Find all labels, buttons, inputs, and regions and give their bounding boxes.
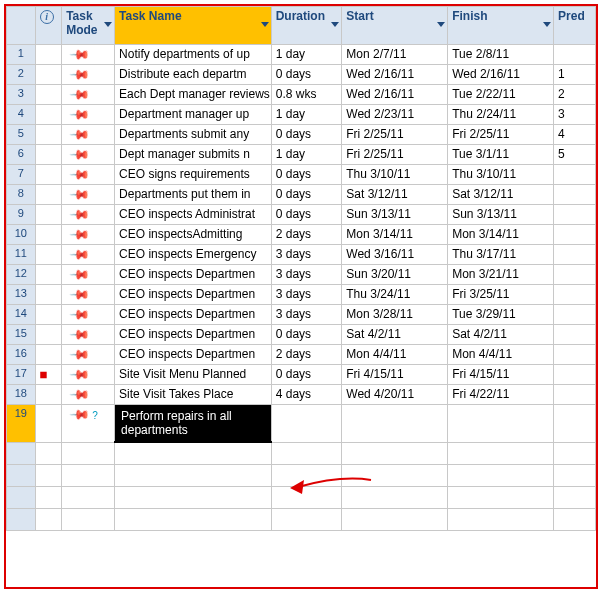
finish-cell[interactable]: Thu 2/24/11 [448,105,554,125]
task-mode-cell[interactable]: 📌 [62,345,115,365]
task-name-cell[interactable]: Each Dept manager reviews curent policy … [115,85,272,105]
start-cell[interactable]: Mon 4/4/11 [342,345,448,365]
finish-cell[interactable]: Thu 3/17/11 [448,245,554,265]
task-mode-cell[interactable]: 📌 [62,125,115,145]
task-mode-cell[interactable]: 📌 [62,205,115,225]
duration-cell[interactable]: 2 days [271,345,342,365]
pred-cell[interactable] [554,165,596,185]
duration-cell[interactable]: 0 days [271,205,342,225]
table-row-empty[interactable] [7,486,596,508]
indicator-cell[interactable] [35,225,61,245]
chevron-down-icon[interactable] [331,22,339,27]
task-name-editing[interactable]: Perform repairs in all departments [115,405,272,443]
pred-cell[interactable] [554,225,596,245]
table-row[interactable]: 13📌CEO inspects Departmen3 daysThu 3/24/… [7,285,596,305]
table-row[interactable]: 10📌CEO inspectsAdmitting2 daysMon 3/14/1… [7,225,596,245]
task-name-cell[interactable]: Site Visit Takes Place [115,385,272,405]
row-num[interactable]: 2 [7,65,36,85]
chevron-down-icon[interactable] [543,22,551,27]
pred-cell[interactable] [554,305,596,325]
row-num[interactable] [7,442,36,464]
pred-cell[interactable]: 1 [554,65,596,85]
duration-cell[interactable]: 4 days [271,385,342,405]
table-row-empty[interactable] [7,464,596,486]
table-row[interactable]: 1📌Notify departments of up1 dayMon 2/7/1… [7,45,596,65]
row-num[interactable]: 14 [7,305,36,325]
indicator-cell[interactable] [35,185,61,205]
table-row[interactable]: 4📌Department manager up1 dayWed 2/23/11T… [7,105,596,125]
duration-cell[interactable]: 3 days [271,245,342,265]
task-mode-cell[interactable]: 📌? [62,405,115,443]
task-name-cell[interactable]: Department manager up [115,105,272,125]
task-name-cell[interactable]: CEO inspects Departmen [115,305,272,325]
row-num[interactable] [7,508,36,530]
duration-cell[interactable]: 0 days [271,185,342,205]
start-cell[interactable]: Fri 2/25/11 [342,145,448,165]
indicator-cell[interactable] [35,385,61,405]
header-finish[interactable]: Finish [448,7,554,45]
duration-cell[interactable]: 1 day [271,145,342,165]
row-num[interactable] [7,486,36,508]
start-cell[interactable]: Mon 2/7/11 [342,45,448,65]
start-cell[interactable]: Wed 3/16/11 [342,245,448,265]
pred-cell[interactable] [554,265,596,285]
table-row[interactable]: 11📌CEO inspects Emergency3 daysWed 3/16/… [7,245,596,265]
chevron-down-icon[interactable] [261,22,269,27]
indicator-cell[interactable] [35,405,61,443]
table-row[interactable]: 2📌Distribute each departm0 daysWed 2/16/… [7,65,596,85]
table-row[interactable]: 7📌CEO signs requirements0 daysThu 3/10/1… [7,165,596,185]
start-cell[interactable] [342,405,448,443]
task-name-cell[interactable]: CEO inspectsAdmitting [115,225,272,245]
row-num[interactable]: 3 [7,85,36,105]
task-mode-cell[interactable]: 📌 [62,325,115,345]
duration-cell[interactable]: 0 days [271,365,342,385]
duration-cell[interactable]: 0 days [271,165,342,185]
indicator-cell[interactable] [35,205,61,225]
row-num[interactable]: 18 [7,385,36,405]
row-num[interactable]: 7 [7,165,36,185]
row-num[interactable]: 1 [7,45,36,65]
header-start[interactable]: Start [342,7,448,45]
finish-cell[interactable]: Thu 3/10/11 [448,165,554,185]
row-num[interactable] [7,464,36,486]
pred-cell[interactable] [554,385,596,405]
start-cell[interactable]: Mon 3/14/11 [342,225,448,245]
table-row-empty[interactable] [7,442,596,464]
finish-cell[interactable]: Wed 2/16/11 [448,65,554,85]
task-name-cell[interactable]: Departments put them in [115,185,272,205]
task-name-cell[interactable]: CEO inspects Departmen [115,325,272,345]
start-cell[interactable]: Wed 2/16/11 [342,85,448,105]
start-cell[interactable]: Sun 3/13/11 [342,205,448,225]
duration-cell[interactable]: 2 days [271,225,342,245]
task-name-cell[interactable]: CEO inspects Administrat [115,205,272,225]
row-num[interactable]: 12 [7,265,36,285]
duration-cell[interactable]: 0 days [271,325,342,345]
row-num[interactable]: 9 [7,205,36,225]
finish-cell[interactable]: Fri 4/22/11 [448,385,554,405]
header-duration[interactable]: Duration [271,7,342,45]
task-mode-cell[interactable]: 📌 [62,85,115,105]
pred-cell[interactable] [554,205,596,225]
indicator-cell[interactable] [35,345,61,365]
start-cell[interactable]: Wed 2/16/11 [342,65,448,85]
start-cell[interactable]: Thu 3/24/11 [342,285,448,305]
table-row[interactable]: 14📌CEO inspects Departmen3 daysMon 3/28/… [7,305,596,325]
indicator-cell[interactable] [35,65,61,85]
finish-cell[interactable]: Mon 4/4/11 [448,345,554,365]
duration-cell[interactable]: 0 days [271,125,342,145]
task-name-cell[interactable]: Distribute each departm [115,65,272,85]
indicator-cell[interactable] [35,85,61,105]
chevron-down-icon[interactable] [437,22,445,27]
table-row[interactable]: 17◆📌Site Visit Menu Planned0 daysFri 4/1… [7,365,596,385]
header-task-name[interactable]: Task Name [115,7,272,45]
indicator-cell[interactable] [35,105,61,125]
indicator-cell[interactable] [35,245,61,265]
indicator-cell[interactable] [35,305,61,325]
header-rownum[interactable] [7,7,36,45]
table-row[interactable]: 15📌CEO inspects Departmen0 daysSat 4/2/1… [7,325,596,345]
task-name-cell[interactable]: CEO inspects Departmen [115,265,272,285]
duration-cell[interactable]: 3 days [271,285,342,305]
task-name-cell[interactable]: Dept manager submits n [115,145,272,165]
table-row[interactable]: 3📌Each Dept manager reviews curent polic… [7,85,596,105]
task-mode-cell[interactable]: 📌 [62,165,115,185]
